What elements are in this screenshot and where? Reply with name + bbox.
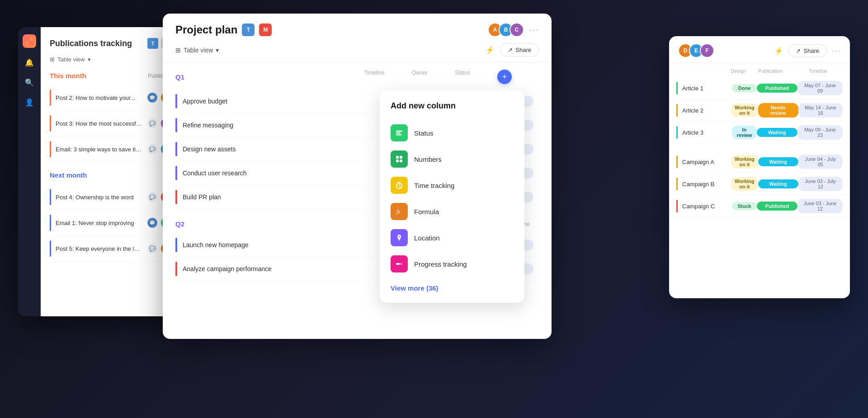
- right-row[interactable]: Campaign A Working on it Waiting June 04…: [669, 151, 850, 173]
- task-color-bar: [175, 190, 177, 204]
- list-item[interactable]: Post 4: Ownership is the word 💬 A: [50, 184, 172, 210]
- right-panel-header: D E F ⚡ ↗ Share ···: [669, 36, 850, 63]
- chat-icon[interactable]: 💬: [147, 93, 157, 103]
- numbers-icon: [391, 150, 408, 168]
- nav-bell-icon[interactable]: 🔔: [24, 57, 35, 68]
- right-assign-badge: In review: [732, 126, 757, 139]
- svg-rect-7: [396, 156, 399, 159]
- dropdown-item-location[interactable]: Location: [391, 225, 514, 251]
- list-item[interactable]: Post 3: How the most successful... 💬 S: [50, 111, 172, 136]
- dropdown-item-time-tracking[interactable]: Time tracking: [391, 172, 514, 198]
- svg-point-13: [399, 236, 400, 237]
- this-month-list: Post 2: How to motivate your... 💬 E Post…: [50, 85, 172, 162]
- item-color-indicator: [50, 215, 51, 231]
- title-badge-table: T: [242, 23, 255, 36]
- view-more-link[interactable]: View more (36): [391, 284, 514, 292]
- right-row[interactable]: Article 3 In review Waiting May 09 - Jun…: [669, 122, 850, 144]
- timeline-badge: June 03 - June 12: [797, 199, 843, 213]
- svg-rect-0: [26, 38, 29, 41]
- list-item[interactable]: Email: 3 simple ways to save time 💬 M: [50, 136, 172, 162]
- add-column-button[interactable]: +: [497, 70, 512, 84]
- dropdown-item-formula[interactable]: fx Formula: [391, 198, 514, 225]
- table-icon: ⊞: [50, 56, 55, 63]
- filter-icon[interactable]: ⚡: [486, 46, 495, 54]
- timeline-col-header: Timeline: [364, 70, 385, 84]
- table-view-button[interactable]: ⊞ Table view ▾: [175, 47, 219, 54]
- chat-icon[interactable]: 💬: [147, 192, 157, 202]
- pub-badge: Waiting: [758, 157, 798, 166]
- chevron-down-icon: ▾: [88, 56, 91, 63]
- right-row-name: Article 2: [682, 107, 731, 114]
- item-text: Post 4: Ownership is the word: [56, 194, 143, 201]
- share-button[interactable]: ↗ Share: [500, 43, 539, 56]
- rcol-timeline-header: Timeline: [793, 68, 843, 74]
- svg-rect-2: [26, 42, 29, 45]
- right-filter-icon[interactable]: ⚡: [774, 47, 783, 55]
- dropdown-item-label: Progress tracking: [414, 260, 467, 268]
- item-text: Email: 3 simple ways to save time: [56, 146, 143, 153]
- dropdown-item-numbers[interactable]: Numbers: [391, 146, 514, 172]
- nav-search-icon[interactable]: 🔍: [24, 77, 35, 88]
- item-text: Post 3: How the most successful...: [56, 120, 143, 127]
- sidebar-nav: 🔔 🔍 👤: [18, 27, 41, 316]
- header-icon-table[interactable]: T: [147, 38, 158, 49]
- status-icon: [391, 124, 408, 141]
- q1-header: Q1 Timeline Owner Status +: [175, 70, 539, 84]
- dropdown-item-label: Time tracking: [414, 182, 454, 189]
- formula-icon: fx: [391, 203, 408, 220]
- right-color-bar: [676, 155, 678, 168]
- right-row[interactable]: Article 1 Done Published May 07 - June 0…: [669, 77, 850, 99]
- item-color-indicator: [50, 189, 51, 205]
- task-color-bar: [175, 94, 177, 108]
- left-view-selector[interactable]: ⊞ Table view ▾: [50, 56, 172, 63]
- right-color-bar: [676, 104, 678, 117]
- progress-tracking-icon: [391, 255, 408, 272]
- chat-icon[interactable]: 💬: [147, 118, 157, 128]
- left-panel-title: Publications tracking: [50, 39, 132, 48]
- more-options-icon[interactable]: ···: [529, 25, 539, 35]
- chat-icon[interactable]: 💬: [147, 244, 157, 254]
- dropdown-item-label: Formula: [414, 208, 439, 216]
- filter-share-row: ⚡ ↗ Share: [486, 43, 539, 56]
- svg-rect-6: [396, 134, 401, 136]
- chat-icon[interactable]: 💬: [147, 144, 157, 154]
- dropdown-title: Add new column: [391, 101, 514, 111]
- pub-badge: Waiting: [758, 179, 798, 188]
- right-row-name: Campaign C: [682, 203, 732, 210]
- svg-rect-5: [396, 132, 401, 134]
- right-color-bar: [676, 126, 678, 139]
- avatar-3: C: [509, 23, 524, 37]
- right-share-button[interactable]: ↗ Share: [788, 44, 827, 57]
- item-text: Post 5: Keep everyone in the loop: [56, 245, 143, 252]
- right-panel-content: Design Publication Timeline Article 1 Do…: [669, 63, 850, 223]
- right-row[interactable]: Campaign B Working on it Waiting June 03…: [669, 173, 850, 195]
- right-assign-badge: Working on it: [731, 103, 758, 117]
- dropdown-item-status[interactable]: Status: [391, 120, 514, 146]
- list-item[interactable]: Post 5: Keep everyone in the loop 💬 K: [50, 236, 172, 262]
- location-icon: [391, 229, 408, 246]
- this-month-label: This month: [50, 72, 86, 80]
- left-panel-header: Publications tracking T ≡: [50, 38, 172, 49]
- chat-icon[interactable]: 💬: [147, 218, 157, 228]
- q2-label: Q2: [175, 220, 184, 228]
- right-row[interactable]: Campaign C Stuck Published June 03 - Jun…: [669, 195, 850, 217]
- timeline-badge: June 03 - July 12: [798, 177, 843, 191]
- right-more-options-icon[interactable]: ···: [831, 46, 841, 56]
- svg-rect-9: [396, 160, 399, 162]
- avatars-group: A B C: [488, 23, 524, 37]
- rcol-name-header: [676, 68, 731, 74]
- list-item[interactable]: Post 2: How to motivate your... 💬 E: [50, 85, 172, 111]
- right-assign-badge: Working on it: [731, 155, 758, 169]
- right-assign-badge: Stuck: [732, 202, 757, 210]
- dropdown-item-label: Numbers: [414, 155, 442, 163]
- rcol-pub-header: Publication: [748, 68, 793, 74]
- nav-person-icon[interactable]: 👤: [24, 97, 35, 108]
- right-row-name: Campaign B: [682, 181, 731, 188]
- right-col-headers: Design Publication Timeline: [669, 68, 850, 77]
- right-row[interactable]: Article 2 Working on it Needs review May…: [669, 99, 850, 122]
- right-assign-badge: Working on it: [731, 177, 758, 191]
- dropdown-item-progress[interactable]: Progress tracking: [391, 251, 514, 277]
- share-icon: ↗: [796, 47, 801, 54]
- list-item[interactable]: Email 1: Never stop improving 💬 J: [50, 210, 172, 236]
- item-color-indicator: [50, 115, 51, 132]
